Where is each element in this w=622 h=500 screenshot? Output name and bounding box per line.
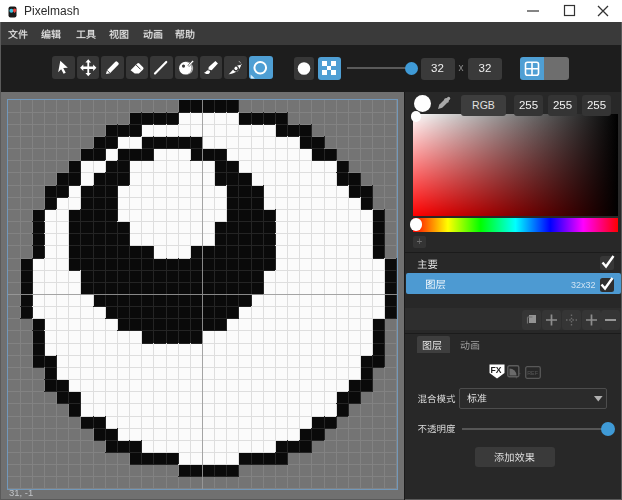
svg-text:REF: REF [527,370,538,376]
svg-text:FX: FX [491,365,502,375]
